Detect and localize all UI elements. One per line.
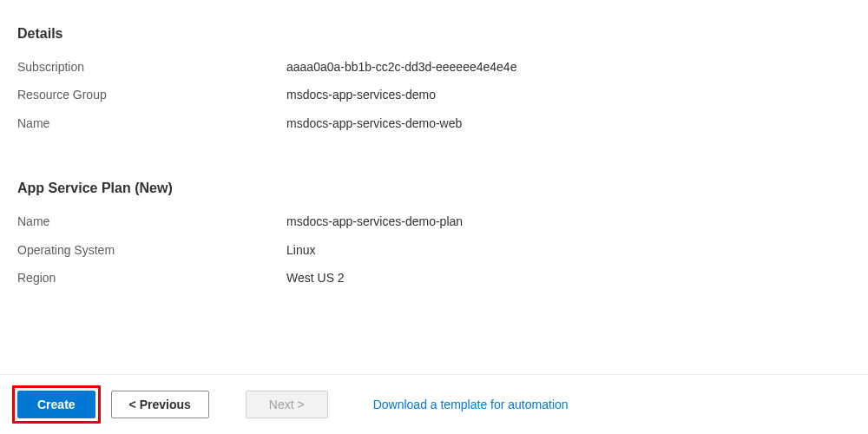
plan-label: Operating System [17,240,286,260]
detail-value: aaaa0a0a-bb1b-cc2c-dd3d-eeeeee4e4e4e [286,57,516,76]
wizard-footer: Create < Previous Next > Download a temp… [0,374,868,434]
plan-section: App Service Plan (New) Name msdocs-app-s… [17,181,851,287]
plan-row-name: Name msdocs-app-services-demo-plan [17,212,851,231]
plan-row-region: Region West US 2 [17,268,851,287]
detail-label: Name [17,114,286,133]
details-section: Details Subscription aaaa0a0a-bb1b-cc2c-… [17,26,851,133]
detail-row-name: Name msdocs-app-services-demo-web [17,114,851,133]
review-content: Details Subscription aaaa0a0a-bb1b-cc2c-… [0,0,868,287]
plan-label: Region [17,268,286,287]
detail-value: msdocs-app-services-demo-web [286,114,462,133]
create-highlight: Create [12,385,101,424]
plan-title: App Service Plan (New) [17,181,851,196]
previous-button[interactable]: < Previous [111,391,209,418]
detail-value: msdocs-app-services-demo [286,85,436,104]
plan-value: msdocs-app-services-demo-plan [286,212,463,231]
details-title: Details [17,26,851,42]
plan-row-os: Operating System Linux [17,240,851,260]
detail-row-resource-group: Resource Group msdocs-app-services-demo [17,85,851,104]
detail-label: Resource Group [17,85,286,104]
create-button[interactable]: Create [17,391,95,418]
next-button: Next > [246,391,328,418]
detail-row-subscription: Subscription aaaa0a0a-bb1b-cc2c-dd3d-eee… [17,57,851,76]
download-template-link[interactable]: Download a template for automation [373,398,569,411]
plan-value: West US 2 [286,268,345,287]
plan-value: Linux [286,240,315,260]
detail-label: Subscription [17,57,286,76]
plan-label: Name [17,212,286,231]
